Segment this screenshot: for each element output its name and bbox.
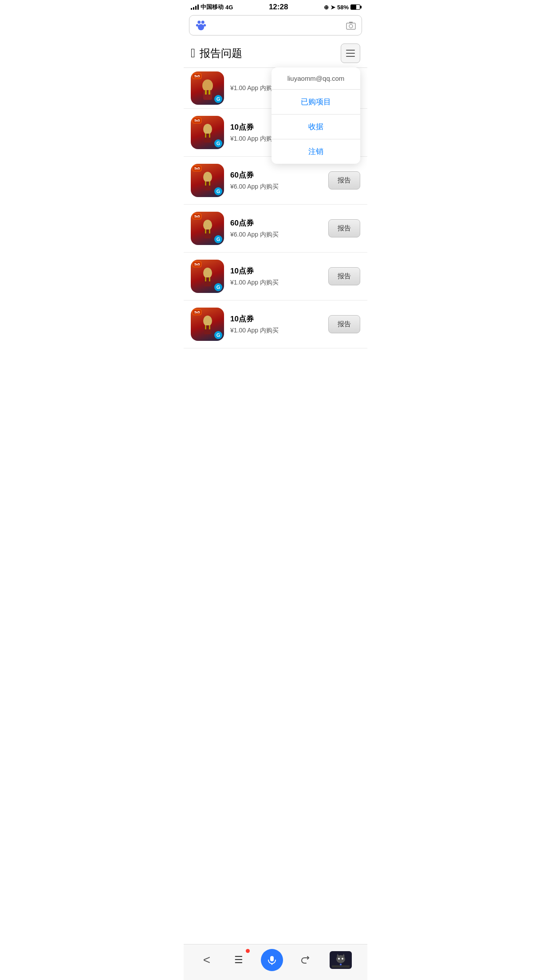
gps-icon: ➤: [331, 4, 335, 11]
baidu-icon: [195, 19, 207, 32]
product-icon: 5v5 G: [191, 212, 224, 245]
dropdown-purchased[interactable]: 已购项目: [272, 90, 360, 115]
svg-rect-31: [205, 325, 206, 329]
report-button[interactable]: 报告: [328, 171, 360, 190]
product-name: 10点券: [230, 314, 322, 324]
status-left: 中国移动 4G: [191, 3, 233, 11]
svg-rect-15: [205, 134, 206, 138]
camera-icon[interactable]: [346, 20, 356, 31]
product-name: 60点券: [230, 170, 322, 180]
svg-rect-32: [209, 325, 210, 329]
header-left:  报告问题: [191, 46, 242, 60]
svg-rect-6: [346, 23, 355, 29]
svg-rect-23: [205, 229, 206, 233]
product-icon: 5v5 G: [191, 308, 224, 341]
svg-point-13: [203, 124, 212, 134]
product-price: ¥6.00 App 内购买: [230, 231, 322, 239]
network-label: 4G: [225, 4, 233, 11]
dropdown-cancel[interactable]: 注销: [272, 139, 360, 164]
location-icon: ⊕: [324, 4, 329, 11]
svg-point-0: [197, 21, 201, 24]
product-price: ¥6.00 App 内购买: [230, 183, 322, 191]
svg-rect-8: [349, 22, 353, 23]
product-price: ¥1.00 App 内购买: [230, 327, 322, 335]
product-name: 10点券: [230, 266, 322, 276]
report-button[interactable]: 报告: [328, 315, 360, 333]
svg-rect-11: [205, 90, 207, 95]
svg-point-25: [203, 268, 212, 278]
svg-point-9: [202, 79, 213, 92]
svg-point-1: [201, 21, 205, 24]
dropdown-receipt[interactable]: 收据: [272, 115, 360, 139]
page-title: 报告问题: [200, 46, 242, 60]
apple-logo-icon: : [191, 47, 195, 59]
svg-point-17: [203, 172, 212, 182]
status-bar: 中国移动 4G 12:28 ⊕ ➤ 58%: [184, 0, 367, 13]
list-item: 5v5 G 10点券 ¥1.00 App 内购买 报告: [184, 300, 367, 348]
product-icon: 5v5 G: [191, 164, 224, 197]
product-info: 60点券 ¥6.00 App 内购买: [230, 170, 322, 191]
svg-rect-20: [209, 182, 210, 186]
signal-bars: [191, 4, 199, 10]
product-icon: 5v5 G: [191, 260, 224, 293]
dropdown-menu: liuyaomm@qq.com 已购项目 收据 注销: [272, 67, 360, 164]
battery-label: 58%: [337, 4, 349, 11]
status-right: ⊕ ➤ 58%: [324, 4, 360, 11]
svg-point-7: [349, 24, 353, 28]
report-button[interactable]: 报告: [328, 267, 360, 285]
svg-rect-27: [205, 277, 206, 281]
svg-rect-16: [209, 134, 210, 138]
svg-point-5: [199, 25, 203, 29]
svg-rect-28: [209, 277, 210, 281]
svg-point-29: [203, 316, 212, 326]
product-info: 10点券 ¥1.00 App 内购买: [230, 314, 322, 335]
search-bar[interactable]: [189, 15, 362, 36]
status-time: 12:28: [269, 3, 288, 12]
list-item: 5v5 G 10点券 ¥1.00 App 内购买 报告: [184, 253, 367, 300]
svg-rect-24: [209, 229, 210, 233]
page-header:  报告问题 liuyaomm@qq.com 已购项目 收据 注销: [184, 39, 367, 68]
product-info: 60点券 ¥6.00 App 内购买: [230, 218, 322, 239]
list-item: 5v5 G 60点券 ¥6.00 App 内购买 报告: [184, 157, 367, 205]
svg-rect-19: [205, 182, 206, 186]
svg-rect-12: [209, 90, 210, 95]
battery-icon: [350, 4, 360, 10]
product-icon: 5v5 G: [191, 71, 224, 105]
dropdown-email: liuyaomm@qq.com: [272, 67, 360, 90]
product-price: ¥1.00 App 内购买: [230, 279, 322, 287]
list-item: 5v5 G 60点券 ¥6.00 App 内购买 报告: [184, 205, 367, 253]
product-name: 60点券: [230, 218, 322, 228]
carrier-label: 中国移动: [201, 3, 224, 11]
product-icon: 5v5 G: [191, 116, 224, 149]
svg-rect-10: [203, 90, 212, 100]
svg-point-21: [203, 220, 212, 230]
report-button[interactable]: 报告: [328, 219, 360, 237]
product-info: 10点券 ¥1.00 App 内购买: [230, 266, 322, 287]
menu-button[interactable]: [341, 43, 360, 63]
